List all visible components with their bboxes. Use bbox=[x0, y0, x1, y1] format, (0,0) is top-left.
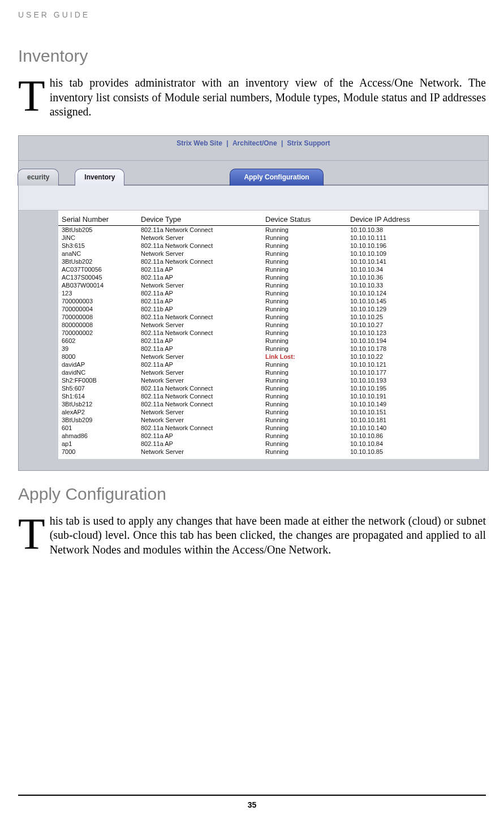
table-row[interactable]: ap1802.11a APRunning10.10.10.84 bbox=[58, 440, 479, 448]
table-row[interactable]: davidAP802.11a APRunning10.10.10.121 bbox=[58, 361, 479, 368]
cell-status: Running bbox=[262, 376, 347, 384]
cell-ip: 10.10.10.25 bbox=[347, 313, 479, 321]
table-row[interactable]: 7000Network ServerRunning10.10.10.85 bbox=[58, 448, 479, 456]
table-row[interactable]: 800000008Network ServerRunning10.10.10.2… bbox=[58, 321, 479, 329]
cell-serial: 800000008 bbox=[58, 321, 137, 329]
cell-status: Running bbox=[262, 361, 347, 368]
cell-status: Running bbox=[262, 242, 347, 250]
table-row[interactable]: Sh1:614802.11a Network ConnectRunning10.… bbox=[58, 392, 479, 400]
cell-ip: 10.10.10.38 bbox=[347, 225, 479, 234]
cell-type: Network Server bbox=[137, 250, 262, 258]
cell-serial: davidNC bbox=[58, 368, 137, 376]
cell-ip: 10.10.10.145 bbox=[347, 297, 479, 305]
cell-serial: 7000 bbox=[58, 448, 137, 456]
cell-serial: JiNC bbox=[58, 234, 137, 242]
table-row[interactable]: 3BtUsb202802.11a Network ConnectRunning1… bbox=[58, 258, 479, 265]
cell-serial: Sh2:FF000B bbox=[58, 376, 137, 384]
table-row[interactable]: anaNCNetwork ServerRunning10.10.10.109 bbox=[58, 250, 479, 258]
table-row[interactable]: Sh5:607802.11a Network ConnectRunning10.… bbox=[58, 384, 479, 392]
cell-type: 802.11a Network Connect bbox=[137, 225, 262, 234]
table-row[interactable]: 39802.11a APRunning10.10.10.178 bbox=[58, 345, 479, 353]
table-row[interactable]: ahmad86802.11a APRunning10.10.10.86 bbox=[58, 432, 479, 440]
cell-serial: AC037T00056 bbox=[58, 265, 137, 273]
cell-serial: 8000 bbox=[58, 353, 137, 361]
cell-serial: Sh1:614 bbox=[58, 392, 137, 400]
cell-ip: 10.10.10.177 bbox=[347, 368, 479, 376]
tab-security[interactable]: ecurity bbox=[18, 169, 59, 186]
cell-ip: 10.10.10.196 bbox=[347, 242, 479, 250]
cell-type: 802.11a AP bbox=[137, 361, 262, 368]
section-title-inventory: Inventory bbox=[18, 46, 486, 66]
cell-serial: 700000004 bbox=[58, 305, 137, 313]
inventory-paragraph: T his tab provides administrator with an… bbox=[18, 76, 486, 119]
table-row[interactable]: AC137S00045802.11a APRunning10.10.10.36 bbox=[58, 273, 479, 281]
table-row[interactable]: 700000008802.11a Network ConnectRunning1… bbox=[58, 313, 479, 321]
cell-type: Network Server bbox=[137, 321, 262, 329]
cell-serial: 601 bbox=[58, 424, 137, 432]
separator: | bbox=[281, 139, 283, 147]
cell-serial: 700000003 bbox=[58, 297, 137, 305]
table-row[interactable]: davidNCNetwork ServerRunning10.10.10.177 bbox=[58, 368, 479, 376]
cell-status: Running bbox=[262, 440, 347, 448]
table-row[interactable]: 3BtUsb205802.11a Network ConnectRunning1… bbox=[58, 225, 479, 234]
table-row[interactable]: 700000004802.11b APRunning10.10.10.129 bbox=[58, 305, 479, 313]
table-row[interactable]: 700000002802.11a Network ConnectRunning1… bbox=[58, 329, 479, 337]
cell-ip: 10.10.10.123 bbox=[347, 329, 479, 337]
cell-status: Running bbox=[262, 258, 347, 265]
cell-status: Running bbox=[262, 313, 347, 321]
table-row[interactable]: 3BtUsb212802.11a Network ConnectRunning1… bbox=[58, 400, 479, 408]
inventory-table-wrap: Serial Number Device Type Device Status … bbox=[58, 211, 479, 459]
cell-status: Running bbox=[262, 384, 347, 392]
table-row[interactable]: alexAP2Network ServerRunning10.10.10.151 bbox=[58, 408, 479, 416]
toolbar-strip bbox=[19, 186, 488, 211]
cell-serial: 3BtUsb209 bbox=[58, 416, 137, 424]
table-row[interactable]: Sh2:FF000BNetwork ServerRunning10.10.10.… bbox=[58, 376, 479, 384]
cell-type: 802.11a Network Connect bbox=[137, 329, 262, 337]
cell-status: Running bbox=[262, 289, 347, 297]
cell-status: Running bbox=[262, 448, 347, 456]
cell-ip: 10.10.10.181 bbox=[347, 416, 479, 424]
cell-status: Running bbox=[262, 297, 347, 305]
table-row[interactable]: JiNCNetwork ServerRunning10.10.10.111 bbox=[58, 234, 479, 242]
cell-type: Network Server bbox=[137, 376, 262, 384]
section-title-apply: Apply Configuration bbox=[18, 484, 486, 504]
cell-ip: 10.10.10.141 bbox=[347, 258, 479, 265]
tab-apply-configuration[interactable]: Apply Configuration bbox=[230, 169, 323, 186]
footer-rule bbox=[18, 795, 486, 796]
cell-ip: 10.10.10.149 bbox=[347, 400, 479, 408]
cell-ip: 10.10.10.111 bbox=[347, 234, 479, 242]
table-row[interactable]: AB037W00014Network ServerRunning10.10.10… bbox=[58, 281, 479, 289]
cell-serial: Sh3:615 bbox=[58, 242, 137, 250]
cell-serial: 6602 bbox=[58, 337, 137, 345]
top-link[interactable]: Architect/One bbox=[232, 139, 277, 147]
cell-status: Running bbox=[262, 392, 347, 400]
cell-ip: 10.10.10.86 bbox=[347, 432, 479, 440]
tab-inventory[interactable]: Inventory bbox=[75, 169, 124, 186]
cell-status: Running bbox=[262, 234, 347, 242]
table-row[interactable]: 8000Network ServerLink Lost:10.10.10.22 bbox=[58, 353, 479, 361]
cell-serial: 39 bbox=[58, 345, 137, 353]
table-row[interactable]: 700000003802.11a APRunning10.10.10.145 bbox=[58, 297, 479, 305]
table-row[interactable]: 601802.11a Network ConnectRunning10.10.1… bbox=[58, 424, 479, 432]
table-row[interactable]: 3BtUsb209Network ServerRunning10.10.10.1… bbox=[58, 416, 479, 424]
top-link[interactable]: Strix Support bbox=[287, 139, 330, 147]
cell-type: Network Server bbox=[137, 408, 262, 416]
table-row[interactable]: 6602802.11a APRunning10.10.10.194 bbox=[58, 337, 479, 345]
top-link[interactable]: Strix Web Site bbox=[176, 139, 222, 147]
cell-type: 802.11a Network Connect bbox=[137, 400, 262, 408]
cell-type: 802.11a AP bbox=[137, 273, 262, 281]
cell-ip: 10.10.10.194 bbox=[347, 337, 479, 345]
cell-ip: 10.10.10.124 bbox=[347, 289, 479, 297]
cell-type: 802.11a Network Connect bbox=[137, 313, 262, 321]
cell-serial: alexAP2 bbox=[58, 408, 137, 416]
table-row[interactable]: Sh3:615802.11a Network ConnectRunning10.… bbox=[58, 242, 479, 250]
table-row[interactable]: 123802.11a APRunning10.10.10.124 bbox=[58, 289, 479, 297]
cell-ip: 10.10.10.109 bbox=[347, 250, 479, 258]
table-row[interactable]: AC037T00056802.11a APRunning10.10.10.34 bbox=[58, 265, 479, 273]
cell-ip: 10.10.10.34 bbox=[347, 265, 479, 273]
cell-status: Running bbox=[262, 408, 347, 416]
col-type: Device Type bbox=[137, 214, 262, 226]
cell-status: Running bbox=[262, 368, 347, 376]
top-link-bar: Strix Web Site | Architect/One | Strix S… bbox=[19, 136, 488, 161]
cell-type: 802.11a Network Connect bbox=[137, 392, 262, 400]
